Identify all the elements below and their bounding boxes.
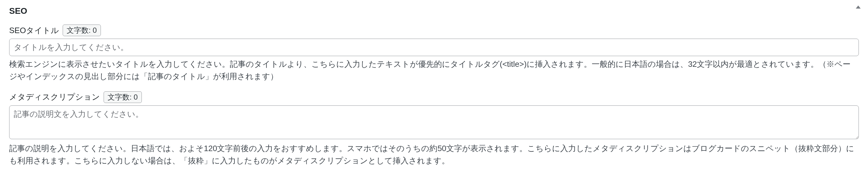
seo-title-field: SEOタイトル 文字数: 0 検索エンジンに表示させたいタイトルを入力してくださ… xyxy=(9,25,859,83)
collapse-toggle-icon[interactable] xyxy=(856,5,861,8)
meta-description-help: 記事の説明を入力してください。日本語では、およそ120文字前後の入力をおすすめし… xyxy=(9,142,859,167)
seo-title-char-count: 文字数: 0 xyxy=(63,25,101,36)
meta-description-label: メタディスクリプション xyxy=(9,92,100,102)
seo-title-input[interactable] xyxy=(9,39,859,56)
meta-description-char-count: 文字数: 0 xyxy=(103,91,142,103)
panel-title: SEO xyxy=(9,6,859,16)
meta-description-header: メタディスクリプション 文字数: 0 xyxy=(9,91,859,103)
seo-panel: SEO SEOタイトル 文字数: 0 検索エンジンに表示させたいタイトルを入力し… xyxy=(0,0,868,179)
seo-title-header: SEOタイトル 文字数: 0 xyxy=(9,25,859,36)
meta-description-field: メタディスクリプション 文字数: 0 記事の説明を入力してください。日本語では、… xyxy=(9,91,859,167)
seo-title-label: SEOタイトル xyxy=(9,25,59,36)
seo-title-help: 検索エンジンに表示させたいタイトルを入力してください。記事のタイトルより、こちら… xyxy=(9,58,859,83)
meta-description-input[interactable] xyxy=(9,105,859,139)
